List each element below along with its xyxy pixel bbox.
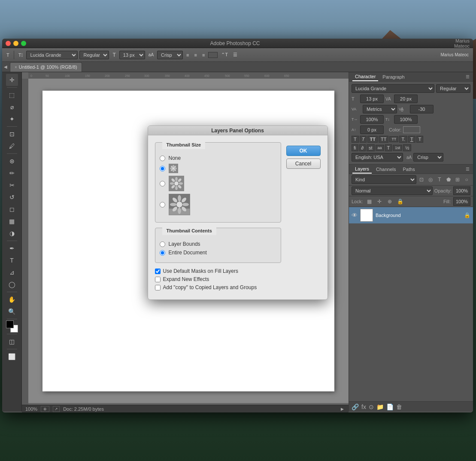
svg-point-38	[176, 201, 182, 207]
svg-point-30	[170, 182, 173, 185]
checkbox-1-label: Use Default Masks on Fill Layers	[163, 268, 238, 274]
radio-small[interactable]	[160, 166, 165, 171]
svg-point-19	[173, 170, 174, 172]
thumbnail-size-section: Thumbnail Size None	[155, 142, 281, 223]
layer-bounds-label: Layer Bounds	[169, 241, 200, 247]
checkbox-default-masks[interactable]	[155, 269, 161, 274]
radio-row-layer-bounds: Layer Bounds	[160, 241, 276, 247]
thumbnail-contents-section: Thumbnail Contents Layer Bounds Entire D…	[155, 228, 281, 263]
thumbnail-contents-content: Layer Bounds Entire Document	[155, 235, 281, 263]
svg-point-21	[174, 168, 176, 169]
dialog-left-section: Thumbnail Size None	[155, 142, 281, 293]
radio-layer-bounds[interactable]	[160, 241, 165, 247]
svg-point-18	[173, 165, 174, 167]
thumbnail-size-label: Thumbnail Size	[162, 140, 206, 149]
entire-doc-label: Entire Document	[169, 250, 207, 256]
radio-none[interactable]	[160, 156, 165, 161]
dialog-body: Thumbnail Size None	[148, 135, 327, 299]
dialog-title-bar: Layers Panel Options	[148, 126, 327, 135]
thumb-large-preview	[169, 194, 190, 215]
radio-large[interactable]	[160, 202, 165, 208]
checkbox-row-3: Add "copy" to Copied Layers and Groups	[155, 284, 281, 290]
svg-point-42	[182, 203, 188, 206]
layers-panel-options-dialog: Layers Panel Options Thumbnail Size	[148, 125, 328, 300]
svg-point-29	[175, 186, 178, 190]
svg-point-41	[170, 203, 176, 206]
svg-point-20	[170, 168, 172, 169]
checkbox-expand-effects[interactable]	[155, 277, 161, 282]
thumbnail-contents-label: Thumbnail Contents	[162, 226, 216, 235]
app-window: Adobe Photoshop CC Marius Mateoc T T⃝ Lu…	[2, 39, 473, 412]
dialog-overlay: Layers Panel Options Thumbnail Size	[2, 39, 473, 412]
thumbnail-size-content: None	[155, 149, 281, 222]
svg-point-27	[174, 181, 178, 185]
radio-entire-doc[interactable]	[160, 250, 165, 256]
none-label: None	[169, 155, 181, 161]
radio-row-entire-doc: Entire Document	[160, 250, 276, 256]
thumb-medium-preview	[169, 176, 184, 191]
dialog-buttons: OK Cancel	[286, 142, 321, 293]
svg-point-39	[178, 195, 181, 201]
radio-row-small	[160, 164, 276, 173]
checkbox-copy-label[interactable]	[155, 285, 161, 290]
svg-point-28	[175, 177, 178, 181]
svg-point-40	[178, 208, 181, 214]
checkbox-row-1: Use Default Masks on Fill Layers	[155, 268, 281, 274]
checkbox-row-2: Expand New Effects	[155, 276, 281, 282]
radio-row-large	[160, 194, 276, 215]
dialog-title: Layers Panel Options	[211, 128, 264, 134]
ok-button[interactable]: OK	[286, 146, 321, 156]
radio-row-medium	[160, 176, 276, 191]
svg-point-31	[179, 182, 182, 185]
radio-row-none: None	[160, 155, 276, 161]
cancel-button[interactable]: Cancel	[286, 159, 321, 169]
checkbox-2-label: Expand New Effects	[163, 276, 209, 282]
thumb-small-preview	[169, 164, 178, 173]
radio-medium[interactable]	[160, 181, 165, 186]
checkbox-3-label: Add "copy" to Copied Layers and Groups	[163, 284, 257, 290]
